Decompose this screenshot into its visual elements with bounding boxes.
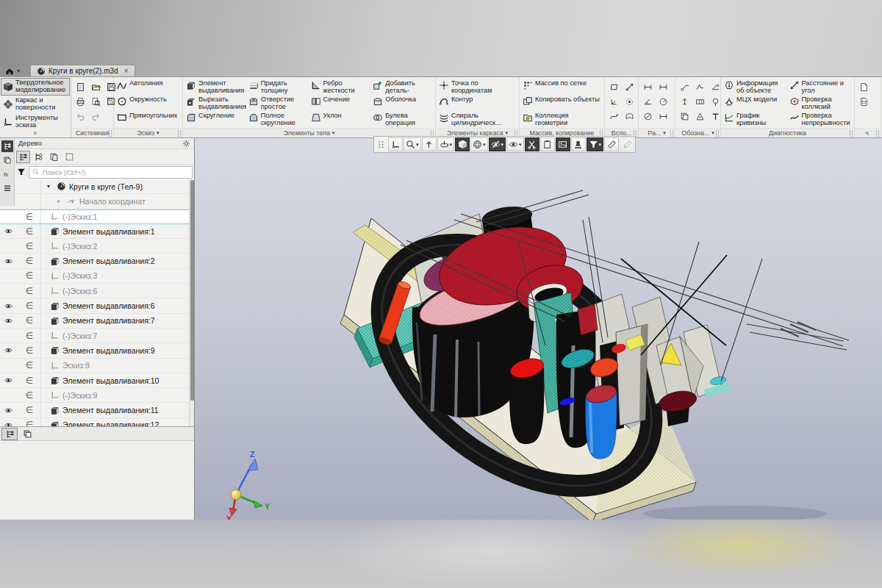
ribbon-section-label[interactable]: Диагностика [721, 128, 854, 137]
leader-button[interactable] [678, 80, 691, 93]
section-grip-icon[interactable] [109, 130, 112, 137]
tree-item[interactable]: ∈(-)Эскиз:2 [0, 239, 189, 254]
visibility-eye-icon[interactable] [1, 346, 15, 354]
ribbon-button[interactable]: Контур [438, 96, 517, 112]
tree-item[interactable]: ∈(-)Эскиз:3 [0, 269, 189, 284]
ribbon-button[interactable]: Полное скругление [248, 112, 309, 128]
section-grip-icon[interactable] [876, 130, 879, 137]
section-menu-caret-icon[interactable]: ▾ [506, 130, 509, 136]
tree-tab[interactable] [1, 428, 18, 440]
visibility-eye-icon[interactable] [1, 421, 15, 426]
home-button[interactable]: ▾ [1, 65, 23, 76]
tree-item[interactable]: ▾Круги в круге (Тел-9) [0, 179, 189, 194]
print-preview-button[interactable] [89, 95, 102, 108]
dropdown-caret-icon[interactable]: ▾ [483, 142, 486, 148]
close-tab-icon[interactable]: × [124, 67, 129, 75]
ribbon-section-label[interactable]: Эскиз▾ [114, 128, 182, 137]
dropdown-caret-icon[interactable]: ▾ [599, 142, 602, 148]
undo-button[interactable] [74, 110, 87, 123]
tree-item[interactable]: ∈Эскиз:8 [0, 359, 189, 373]
ribbon-button[interactable]: Массив по сетке [522, 79, 602, 96]
construction-axis-button[interactable] [623, 80, 636, 93]
ribbon-button[interactable]: Отверстие простое [248, 96, 309, 112]
filter-objects-button[interactable]: ▾ [587, 137, 604, 151]
viewport-3d[interactable]: ▾▾▾▾▾▾ [195, 138, 882, 520]
tree-item[interactable]: ∈Элемент выдавливания:12 [0, 418, 189, 426]
ribbon-section-label[interactable]: Обозна...▾ [675, 128, 720, 137]
tree-panel-button[interactable] [1, 140, 13, 152]
visibility-eye-icon[interactable] [1, 257, 15, 265]
open-document-button[interactable] [89, 80, 102, 93]
variables-panel-button[interactable]: fx [1, 168, 13, 180]
ribbon-button[interactable]: График кривизны [723, 112, 787, 128]
tree-documents-button[interactable] [47, 151, 61, 163]
tree-item[interactable]: ▸Начало координат [0, 194, 189, 209]
model-3d-canvas[interactable]: Z Y X [195, 138, 882, 520]
expander-icon[interactable]: ▸ [57, 198, 64, 204]
auto-dimension-button[interactable] [641, 80, 654, 93]
ribbon-button[interactable]: Вырезать выдавливанием [185, 96, 246, 112]
tree-item[interactable]: ∈Элемент выдавливания:11 [0, 403, 189, 417]
search-input[interactable]: Поиск (Ctrl+/) [29, 166, 193, 179]
ribbon-button[interactable]: Добавить деталь-загото... [372, 79, 433, 96]
tree-selection-button[interactable] [62, 151, 76, 163]
tree-item[interactable]: ∈Элемент выдавливания:10 [0, 373, 189, 388]
drawing-sheet-button[interactable] [857, 80, 870, 93]
marker-button[interactable] [709, 95, 722, 108]
toolbar-grip[interactable] [375, 137, 387, 151]
section-grip-icon[interactable] [850, 130, 853, 137]
parameters-panel-button[interactable] [1, 154, 13, 166]
ribbon-button[interactable]: Спираль цилиндрическ... [438, 112, 517, 128]
section-grip-icon[interactable] [716, 130, 719, 137]
ribbon-button[interactable]: Скругление [185, 112, 246, 128]
ribbon-section-label[interactable]: Системная [71, 128, 113, 137]
ribbon-button[interactable]: Расстояние и угол [789, 79, 853, 96]
orientation-up-button[interactable] [422, 137, 437, 151]
clipboard-button[interactable] [540, 137, 555, 151]
ribbon-button[interactable]: Сечение [310, 96, 371, 112]
text-button[interactable] [709, 110, 722, 123]
ribbon-button[interactable]: МЦХ модели [723, 96, 787, 112]
tree-item[interactable]: ∈Элемент выдавливания:1 [0, 224, 189, 239]
spatial-curve-button[interactable] [607, 110, 620, 123]
visibility-eye-icon[interactable] [1, 317, 15, 325]
linear-dimension-button[interactable] [656, 80, 670, 93]
brand-button[interactable] [693, 110, 706, 123]
tree-item[interactable]: ∈(-)Эскиз:9 [0, 388, 189, 403]
shaded-display-button[interactable] [455, 137, 470, 151]
collapse-modes-button[interactable]: » [0, 129, 71, 137]
document-tab[interactable]: Круги в круге(2).m3d × [30, 65, 135, 76]
section-menu-caret-icon[interactable]: ▾ [663, 130, 666, 136]
sketch-mode-button[interactable] [388, 137, 403, 151]
ribbon-button[interactable]: Копировать объекты [522, 96, 602, 112]
drawing-view-button[interactable] [857, 95, 870, 108]
roughness-button[interactable] [693, 80, 706, 93]
ribbon-button[interactable]: Уклон [310, 112, 371, 128]
tree-item[interactable]: ∈Элемент выдавливания:7 [0, 314, 189, 329]
tree-item[interactable]: ∈Элемент выдавливания:9 [0, 343, 189, 358]
new-document-button[interactable] [74, 80, 87, 93]
control-point-button[interactable] [623, 95, 636, 108]
expander-icon[interactable]: ▾ [47, 183, 54, 190]
ribbon-button[interactable]: Элемент выдавливания [185, 79, 246, 96]
dropdown-caret-icon[interactable]: ▾ [501, 142, 504, 148]
ribbon-button[interactable]: Придать толщину [248, 79, 309, 96]
ribbon-button[interactable]: Оболочка [372, 96, 433, 112]
ribbon-section-label[interactable]: ч. [855, 128, 881, 137]
diameter-dimension-button[interactable] [641, 110, 654, 123]
main-menu-button[interactable] [1, 182, 13, 194]
tree-scrollbar-thumb[interactable] [190, 180, 194, 401]
pen-button[interactable] [620, 137, 634, 151]
tree-item[interactable]: ∈(-)Эскиз:6 [0, 284, 189, 298]
tree-item[interactable]: ∈Элемент выдавливания:2 [0, 254, 189, 268]
tree-item[interactable]: ∈Элемент выдавливания:6 [0, 298, 189, 313]
render-view-button[interactable] [556, 137, 570, 151]
section-grip-icon[interactable] [178, 130, 181, 137]
visibility-eye-icon[interactable] [1, 302, 15, 310]
section-grip-icon[interactable] [670, 130, 673, 137]
mode-solid-modeling[interactable]: Твердотельное моделирование [1, 78, 70, 96]
datum-button[interactable] [678, 95, 691, 108]
gear-icon[interactable] [182, 140, 190, 148]
ribbon-button[interactable]: Булева операция [372, 112, 433, 128]
section-menu-caret-icon[interactable]: ▾ [157, 130, 159, 136]
